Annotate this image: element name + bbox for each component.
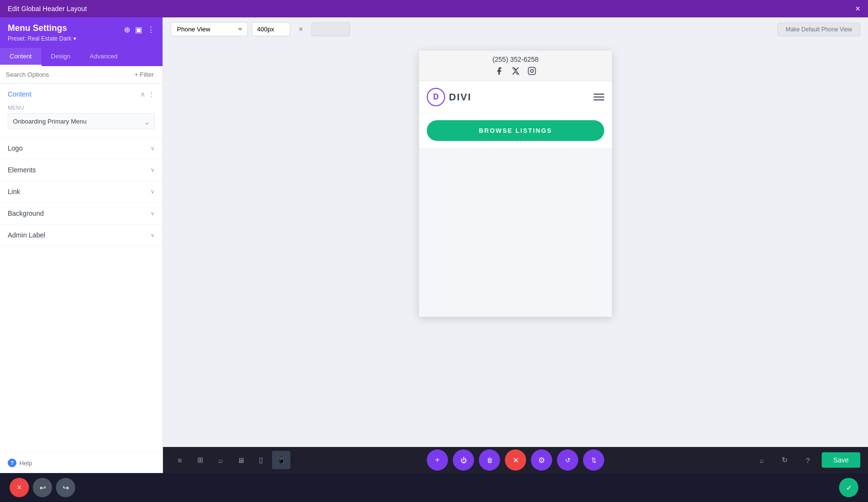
logo-section: Logo ∨ [0, 138, 163, 159]
link-section-header[interactable]: Link ∨ [0, 181, 163, 202]
menu-select[interactable]: Onboarding Primary Menu [8, 113, 155, 129]
phone-number: (255) 352-6258 [427, 56, 604, 63]
refresh-icon-button[interactable]: ↻ [775, 451, 794, 469]
content-section-actions: ∧ ⋮ [140, 90, 155, 98]
background-section-title: Background [8, 209, 44, 217]
bottom-toolbar: ≡ ⊞ ⌕ 🖥 ▯ 📱 + ⏻ 🗑 ✕ ⚙ ↺ ⇅ ⌕ ↻ ? [163, 447, 868, 473]
svg-point-1 [530, 70, 533, 72]
left-panel: Menu Settings Preset: Real Estate Dark ▾… [0, 17, 163, 473]
panel-preset: Preset: Real Estate Dark ▾ [8, 35, 76, 42]
divi-logo-text: DIVI [449, 92, 472, 103]
content-section-header[interactable]: Content ∧ ⋮ [0, 84, 163, 105]
background-section-header[interactable]: Background ∨ [0, 203, 163, 224]
collapse-icon[interactable]: ∧ [140, 90, 145, 98]
svg-rect-0 [529, 68, 536, 75]
cancel-button[interactable]: × [10, 478, 29, 497]
panel-header-icons: ⊕ ▣ ⋮ [124, 25, 155, 34]
content-section: Content ∧ ⋮ Menu Onboarding Primary Menu [0, 84, 163, 138]
help-right-icon-button[interactable]: ? [799, 451, 817, 469]
bottom-bar-center: + ⏻ 🗑 ✕ ⚙ ↺ ⇅ [427, 449, 604, 471]
phone-top-bar: (255) 352-6258 [419, 51, 612, 81]
browse-listings-button[interactable]: BROWSE LISTINGS [427, 120, 604, 141]
tab-design[interactable]: Design [41, 48, 80, 66]
preview-area: Phone View × Make Default Phone View (25… [163, 17, 868, 473]
elements-section: Elements ∨ [0, 159, 163, 181]
instagram-icon[interactable] [527, 66, 537, 76]
width-input[interactable] [252, 22, 290, 36]
action-strip: × ↩ ↪ ✓ [0, 473, 868, 502]
panel-footer: ? Help [0, 452, 163, 473]
facebook-icon[interactable] [494, 66, 504, 76]
tab-content[interactable]: Content [0, 48, 41, 66]
settings-button[interactable]: ⚙ [531, 449, 552, 471]
add-button[interactable]: + [427, 449, 448, 471]
preview-toolbar: Phone View × Make Default Phone View [163, 17, 868, 41]
admin-label-section-title: Admin Label [8, 231, 45, 239]
main-layout: Menu Settings Preset: Real Estate Dark ▾… [0, 17, 868, 473]
tab-advanced[interactable]: Advanced [80, 48, 127, 66]
phone-content-area [419, 148, 612, 317]
menu-icon-button[interactable]: ≡ [171, 451, 189, 469]
background-section: Background ∨ [0, 203, 163, 224]
action-strip-left: × ↩ ↪ [10, 478, 75, 497]
logo-section-title: Logo [8, 144, 23, 152]
menu-field-label: Menu [8, 105, 155, 111]
close-center-button[interactable]: ✕ [505, 449, 526, 471]
chevron-down-icon: ▾ [73, 35, 76, 42]
extra-input[interactable] [312, 22, 350, 36]
browse-section: BROWSE LISTINGS [419, 113, 612, 148]
tablet-icon-button[interactable]: ▯ [252, 451, 270, 469]
admin-label-section-header[interactable]: Admin Label ∨ [0, 224, 163, 246]
logo-chevron-icon[interactable]: ∨ [150, 145, 155, 152]
panel-header: Menu Settings Preset: Real Estate Dark ▾… [0, 17, 163, 48]
bottom-bar-right: ⌕ ↻ ? Save [752, 451, 860, 469]
grid-icon-button[interactable]: ⊞ [191, 451, 209, 469]
copy-icon[interactable]: ⊕ [124, 25, 130, 34]
undo-button[interactable]: ↩ [33, 478, 52, 497]
delete-button[interactable]: 🗑 [479, 449, 500, 471]
background-chevron-icon[interactable]: ∨ [150, 210, 155, 217]
search-icon-button[interactable]: ⌕ [211, 451, 230, 469]
elements-chevron-icon[interactable]: ∨ [150, 167, 155, 173]
elements-section-header[interactable]: Elements ∨ [0, 159, 163, 181]
clear-width-button[interactable]: × [294, 23, 308, 36]
logo-section-header[interactable]: Logo ∨ [0, 138, 163, 159]
panel-title: Menu Settings [8, 23, 76, 33]
search-input[interactable] [6, 71, 128, 78]
admin-label-chevron-icon[interactable]: ∨ [150, 232, 155, 238]
tabs-container: Content Design Advanced [0, 48, 163, 66]
desktop-icon-button[interactable]: 🖥 [231, 451, 250, 469]
more-icon[interactable]: ⋮ [147, 25, 155, 34]
divi-logo: D DIVI [427, 88, 472, 106]
social-icons [427, 66, 604, 76]
search-right-icon-button[interactable]: ⌕ [752, 451, 771, 469]
help-label[interactable]: Help [19, 460, 32, 467]
more-options-icon[interactable]: ⋮ [148, 90, 155, 98]
phone-nav: D DIVI [419, 81, 612, 113]
make-default-button[interactable]: Make Default Phone View [777, 23, 860, 36]
content-section-title: Content [8, 90, 31, 98]
twitter-x-icon[interactable] [511, 66, 520, 76]
content-section-body: Menu Onboarding Primary Menu [0, 105, 163, 137]
hamburger-menu-icon[interactable] [594, 94, 604, 100]
confirm-button[interactable]: ✓ [839, 478, 858, 497]
phone-icon-button[interactable]: 📱 [272, 451, 290, 469]
save-button[interactable]: Save [822, 452, 860, 468]
reorder-button[interactable]: ⇅ [583, 449, 604, 471]
link-chevron-icon[interactable]: ∨ [150, 188, 155, 195]
panel-content: Content ∧ ⋮ Menu Onboarding Primary Menu [0, 84, 163, 452]
elements-section-title: Elements [8, 166, 36, 174]
link-section-title: Link [8, 188, 20, 195]
view-select[interactable]: Phone View [171, 22, 248, 36]
power-button[interactable]: ⏻ [453, 449, 474, 471]
help-icon: ? [8, 459, 16, 467]
phone-frame: (255) 352-6258 [419, 51, 612, 317]
bottom-bar-left: ≡ ⊞ ⌕ 🖥 ▯ 📱 [171, 451, 290, 469]
preview-canvas: (255) 352-6258 [163, 41, 868, 447]
close-icon[interactable]: × [855, 4, 860, 13]
filter-button[interactable]: + Filter [132, 70, 157, 79]
layout-icon[interactable]: ▣ [135, 25, 142, 34]
history-button[interactable]: ↺ [557, 449, 578, 471]
redo-button[interactable]: ↪ [56, 478, 75, 497]
svg-point-2 [533, 69, 534, 70]
